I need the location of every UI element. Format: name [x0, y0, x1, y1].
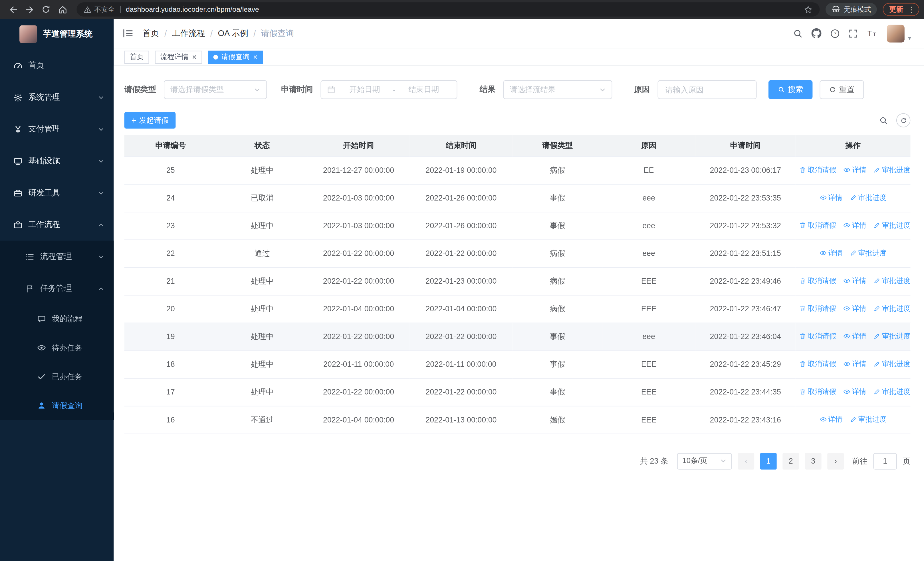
sidebar-item-workflow[interactable]: 工作流程	[0, 209, 114, 241]
page-size-select[interactable]: 10条/页	[677, 453, 732, 469]
progress-link[interactable]: 审批进度	[873, 331, 910, 341]
home-button[interactable]	[54, 1, 71, 18]
page-button-2[interactable]: 2	[783, 453, 799, 469]
sidebar-item-system[interactable]: 系统管理	[0, 81, 114, 113]
bookmark-star-icon[interactable]	[804, 5, 813, 14]
security-label: 不安全	[94, 5, 114, 14]
progress-link[interactable]: 审批进度	[873, 276, 910, 286]
fullscreen-icon[interactable]	[849, 29, 858, 38]
sidebar-item-label: 研发工具	[28, 188, 60, 198]
forward-button[interactable]	[21, 1, 38, 18]
progress-link[interactable]: 审批进度	[849, 193, 886, 203]
table-row: 23处理中2022-01-03 00:00:002022-01-26 00:00…	[124, 212, 910, 239]
github-icon[interactable]	[812, 28, 822, 38]
sidebar-item-task-mgmt[interactable]: 任务管理	[0, 272, 114, 304]
progress-link[interactable]: 审批进度	[873, 387, 910, 397]
prev-page-button[interactable]: ‹	[738, 453, 754, 469]
close-icon[interactable]: ×	[192, 53, 196, 61]
leave-type-select[interactable]: 请选择请假类型	[164, 80, 267, 99]
kebab-menu-icon[interactable]: ⋮	[908, 5, 915, 14]
col-apply-no: 申请编号	[124, 135, 217, 156]
cancel-leave-link[interactable]: 取消请假	[799, 304, 836, 314]
progress-link[interactable]: 审批进度	[873, 304, 910, 314]
search-icon[interactable]	[793, 29, 803, 38]
browser-chrome: 不安全 dashboard.yudao.iocoder.cn/bpm/oa/le…	[0, 0, 924, 19]
close-icon[interactable]: ×	[253, 53, 258, 61]
detail-link[interactable]: 详情	[843, 221, 866, 230]
view-icon	[843, 388, 850, 396]
detail-link[interactable]: 详情	[819, 415, 842, 424]
cancel-leave-link[interactable]: 取消请假	[799, 276, 836, 286]
breadcrumb-home[interactable]: 首页	[142, 28, 159, 39]
cell-apply-time: 2022-01-22 23:51:15	[695, 239, 796, 267]
detail-link[interactable]: 详情	[843, 276, 866, 286]
detail-link[interactable]: 详情	[843, 165, 866, 175]
sidebar-item-process-mgmt[interactable]: 流程管理	[0, 241, 114, 273]
chevron-up-icon	[98, 285, 105, 292]
goto-page-input[interactable]	[873, 453, 897, 469]
sidebar-item-payment[interactable]: 支付管理	[0, 113, 114, 145]
cell-leave-type: 病假	[513, 295, 602, 323]
cell-reason: eee	[602, 239, 695, 267]
list-icon	[25, 252, 35, 261]
progress-link[interactable]: 审批进度	[873, 359, 910, 369]
font-size-icon[interactable]: TT	[867, 29, 878, 38]
reload-button[interactable]	[38, 1, 54, 18]
toggle-search-icon[interactable]	[879, 116, 888, 125]
progress-link[interactable]: 审批进度	[849, 248, 886, 258]
cancel-leave-link[interactable]: 取消请假	[799, 221, 836, 230]
cell-status: 处理中	[217, 267, 308, 295]
tab-home[interactable]: 首页	[124, 51, 149, 63]
reason-input[interactable]	[658, 80, 757, 99]
breadcrumb-workflow[interactable]: 工作流程	[172, 28, 205, 39]
progress-link[interactable]: 审批进度	[873, 221, 910, 230]
start-date-placeholder[interactable]: 开始日期	[338, 84, 392, 95]
detail-link[interactable]: 详情	[843, 359, 866, 369]
cancel-leave-link[interactable]: 取消请假	[799, 387, 836, 397]
content-area: 首页 / 工作流程 / OA 示例 / 请假查询 ? TT ▼	[114, 19, 924, 561]
tab-process-detail[interactable]: 流程详情×	[155, 51, 202, 63]
sidebar-item-leave-query[interactable]: 请假查询	[0, 391, 114, 420]
progress-link[interactable]: 审批进度	[873, 165, 910, 175]
cell-reason: eee	[602, 212, 695, 239]
page-button-1[interactable]: 1	[760, 453, 777, 469]
user-menu[interactable]: ▼	[887, 24, 912, 42]
user-icon	[36, 401, 46, 410]
sidebar-item-infrastructure[interactable]: 基础设施	[0, 145, 114, 177]
sidebar-item-label: 首页	[28, 60, 44, 71]
detail-link[interactable]: 详情	[819, 193, 842, 203]
search-button[interactable]: 搜索	[768, 80, 813, 99]
active-dot	[213, 54, 218, 59]
sidebar-item-done-tasks[interactable]: 已办任务	[0, 362, 114, 391]
page-button-3[interactable]: 3	[805, 453, 822, 469]
help-icon[interactable]: ?	[830, 29, 840, 38]
next-page-button[interactable]: ›	[827, 453, 844, 469]
detail-link[interactable]: 详情	[843, 387, 866, 397]
cancel-leave-link[interactable]: 取消请假	[799, 165, 836, 175]
collapse-sidebar-icon[interactable]	[123, 28, 134, 38]
progress-link[interactable]: 审批进度	[849, 415, 886, 424]
sidebar-item-my-process[interactable]: 我的流程	[0, 304, 114, 333]
breadcrumb-oa-example[interactable]: OA 示例	[218, 28, 248, 39]
tab-leave-query[interactable]: 请假查询×	[208, 51, 263, 63]
date-range-picker[interactable]: 开始日期 - 结束日期	[321, 80, 457, 99]
cell-apply-no: 18	[124, 350, 217, 378]
back-button[interactable]	[5, 1, 21, 18]
address-bar[interactable]: 不安全 dashboard.yudao.iocoder.cn/bpm/oa/le…	[76, 2, 819, 17]
sidebar-item-home[interactable]: 首页	[0, 50, 114, 81]
cancel-leave-link[interactable]: 取消请假	[799, 359, 836, 369]
detail-link[interactable]: 详情	[843, 331, 866, 341]
detail-link[interactable]: 详情	[843, 304, 866, 314]
sidebar-item-dev-tools[interactable]: 研发工具	[0, 177, 114, 209]
update-button[interactable]: 更新 ⋮	[883, 3, 919, 16]
cancel-leave-link[interactable]: 取消请假	[799, 331, 836, 341]
cell-status: 处理中	[217, 295, 308, 323]
detail-link[interactable]: 详情	[819, 248, 842, 258]
create-leave-button[interactable]: + 发起请假	[124, 112, 176, 129]
result-select[interactable]: 请选择流结果	[503, 80, 612, 99]
avatar[interactable]	[887, 24, 904, 42]
end-date-placeholder[interactable]: 结束日期	[397, 84, 451, 95]
refresh-table-icon[interactable]	[896, 113, 910, 127]
sidebar-item-todo-tasks[interactable]: 待办任务	[0, 333, 114, 362]
reset-button[interactable]: 重置	[819, 80, 864, 99]
